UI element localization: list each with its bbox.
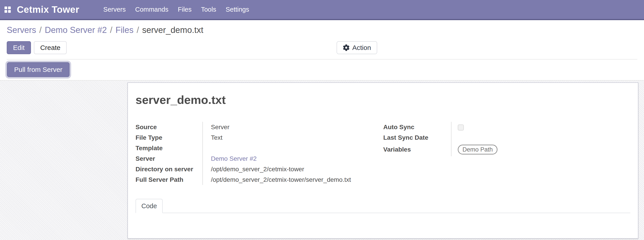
breadcrumb: Servers / Demo Server #2 / Files / serve… [7,20,637,40]
field-row-directory-on-server: Directory on server /opt/demo_server_2/c… [136,164,383,174]
field-label-source: Source [136,122,203,132]
field-row-template: Template [136,143,383,153]
breadcrumb-separator: / [39,25,42,35]
breadcrumb-servers[interactable]: Servers [7,25,36,35]
field-group-left: Source Server File Type Text Template Se… [136,122,383,185]
field-label-template: Template [136,143,203,153]
breadcrumb-current-record: server_demo.txt [142,25,203,35]
gear-icon [343,44,350,51]
form-buttons-row: Edit Create Action [7,40,637,59]
record-sheet: server_demo.txt Source Server File Type … [128,82,638,239]
tab-code[interactable]: Code [136,199,163,213]
field-label-full-server-path: Full Server Path [136,174,203,185]
menu-item-servers[interactable]: Servers [98,6,130,13]
create-button[interactable]: Create [34,41,67,54]
object-buttons-row: Pull from Server [7,59,637,80]
breadcrumb-demo-server-2[interactable]: Demo Server #2 [45,25,107,35]
apps-grid-square [4,6,7,9]
breadcrumb-separator: / [110,25,112,35]
apps-grid-square [4,10,7,13]
apps-menu-icon[interactable] [4,6,10,12]
control-panel: Servers / Demo Server #2 / Files / serve… [0,20,644,80]
menu-item-files[interactable]: Files [173,6,196,13]
field-row-full-server-path: Full Server Path /opt/demo_server_2/cetm… [136,174,383,185]
notebook-tabs: Code [136,199,630,213]
apps-grid-square [8,10,11,13]
menu-item-commands[interactable]: Commands [130,6,173,13]
field-label-directory-on-server: Directory on server [136,164,203,174]
field-row-auto-sync: Auto Sync [383,122,630,132]
breadcrumb-files[interactable]: Files [116,25,134,35]
apps-grid-square [8,6,11,9]
main-menu: Servers Commands Files Tools Settings [98,0,254,19]
field-row-variables: Variables Demo Path [383,143,630,156]
field-label-auto-sync: Auto Sync [383,122,452,132]
field-group-right: Auto Sync Last Sync Date Variables Demo … [383,122,630,185]
field-label-server: Server [136,153,203,164]
field-row-file-type: File Type Text [136,132,383,143]
top-navbar: Cetmix Tower Servers Commands Files Tool… [0,0,644,20]
field-value-variables: Demo Path [452,145,630,154]
field-row-source: Source Server [136,122,383,132]
field-value-directory-on-server: /opt/demo_server_2/cetmix-tower [203,166,383,173]
field-value-server: Demo Server #2 [203,155,383,162]
menu-item-tools[interactable]: Tools [196,6,221,13]
field-value-file-type: Text [203,134,383,141]
field-row-server: Server Demo Server #2 [136,153,383,164]
code-tab-content [136,213,630,233]
field-value-full-server-path: /opt/demo_server_2/cetmix-tower/server_d… [203,176,383,183]
menu-item-settings[interactable]: Settings [221,6,254,13]
auto-sync-checkbox [458,124,464,130]
field-label-last-sync-date: Last Sync Date [383,132,452,143]
app-brand-title[interactable]: Cetmix Tower [17,4,79,15]
server-record-link[interactable]: Demo Server #2 [211,155,257,162]
field-label-variables: Variables [383,143,452,156]
action-button[interactable]: Action [336,41,377,54]
action-button-label: Action [352,44,371,51]
breadcrumb-separator: / [137,25,139,35]
field-value-source: Server [203,123,383,131]
record-title: server_demo.txt [136,93,630,107]
edit-button[interactable]: Edit [7,41,31,54]
field-label-file-type: File Type [136,132,203,143]
form-view-background: server_demo.txt Source Server File Type … [0,80,644,240]
variable-tag-demo-path: Demo Path [458,145,498,154]
pull-from-server-button[interactable]: Pull from Server [7,62,70,77]
field-groups: Source Server File Type Text Template Se… [136,122,630,185]
field-row-last-sync-date: Last Sync Date [383,132,630,143]
field-value-auto-sync [452,123,630,131]
